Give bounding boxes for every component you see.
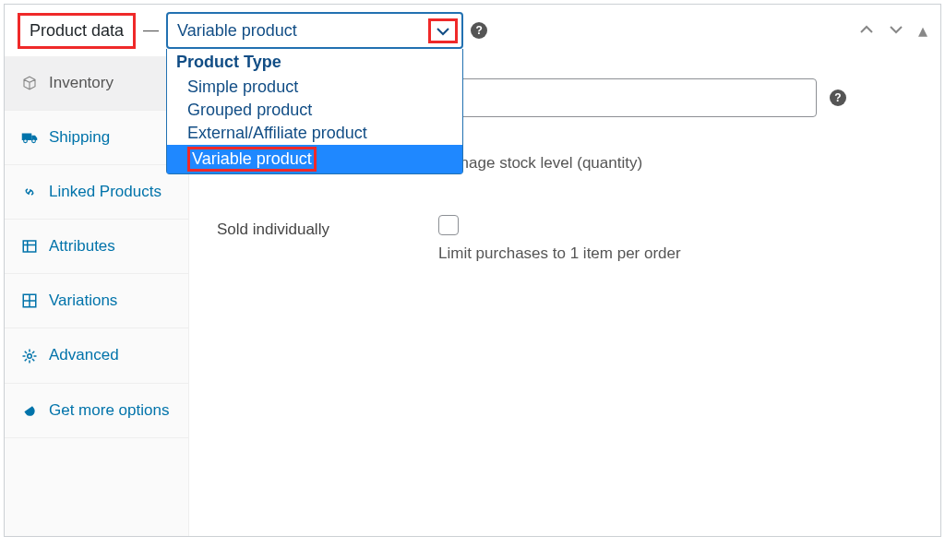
sku-input[interactable] xyxy=(438,78,817,117)
attributes-icon xyxy=(21,238,38,255)
sidebar-item-shipping[interactable]: Shipping xyxy=(5,111,188,165)
collapse-icon[interactable]: ▴ xyxy=(918,19,927,42)
sidebar-item-label: Attributes xyxy=(49,236,115,256)
panel-body: Inventory Shipping Linked Products Attri… xyxy=(5,56,940,536)
svg-point-1 xyxy=(24,139,28,143)
sidebar-item-label: Variations xyxy=(49,291,117,311)
sidebar-item-linked-products[interactable]: Linked Products xyxy=(5,165,188,220)
sidebar-item-attributes[interactable]: Attributes xyxy=(5,220,188,274)
panel-header: Product data — Variable product Product … xyxy=(5,5,940,56)
chevron-down-icon xyxy=(437,23,449,39)
dash-separator: — xyxy=(143,21,159,40)
plug-icon xyxy=(21,402,38,419)
product-data-panel: Product data — Variable product Product … xyxy=(4,4,941,537)
sidebar-item-variations[interactable]: Variations xyxy=(5,274,188,328)
sidebar-item-label: Linked Products xyxy=(49,182,161,202)
svg-point-9 xyxy=(28,353,32,358)
link-icon xyxy=(21,184,38,200)
sidebar-item-inventory[interactable]: Inventory xyxy=(5,56,188,111)
dropdown-group-label: Product Type xyxy=(167,49,462,76)
move-down-icon[interactable] xyxy=(889,21,903,40)
dropdown-option-grouped[interactable]: Grouped product xyxy=(167,99,462,122)
dropdown-option-variable[interactable]: Variable product xyxy=(167,145,462,173)
product-data-sidebar: Inventory Shipping Linked Products Attri… xyxy=(5,56,189,536)
help-icon[interactable]: ? xyxy=(830,89,846,106)
dropdown-option-simple[interactable]: Simple product xyxy=(167,76,462,99)
variable-product-highlight: Variable product xyxy=(187,147,317,172)
product-type-select[interactable]: Variable product xyxy=(166,12,463,49)
product-type-selected-value: Variable product xyxy=(177,21,297,41)
svg-point-2 xyxy=(32,139,36,143)
select-chevron-highlight xyxy=(428,18,458,43)
shipping-icon xyxy=(21,131,38,144)
sold-individually-description: Limit purchases to 1 item per order xyxy=(438,244,913,263)
product-type-dropdown: Product Type Simple product Grouped prod… xyxy=(166,49,463,174)
sold-individually-row: Sold individually ? Limit purchases to 1… xyxy=(217,215,913,263)
sidebar-item-label: Advanced xyxy=(49,345,119,365)
sidebar-item-advanced[interactable]: Advanced xyxy=(5,328,188,383)
svg-rect-3 xyxy=(23,241,36,252)
sidebar-item-label: Get more options xyxy=(49,400,169,421)
sidebar-item-get-more[interactable]: Get more options xyxy=(5,384,188,438)
help-icon[interactable]: ? xyxy=(471,22,487,39)
sold-individually-label: Sold individually xyxy=(217,215,401,239)
panel-title: Product data xyxy=(18,13,136,49)
gear-icon xyxy=(21,348,38,364)
inventory-icon xyxy=(21,75,38,91)
sold-individually-checkbox[interactable] xyxy=(438,215,459,235)
panel-header-controls: ▴ xyxy=(859,19,927,42)
sidebar-item-label: Inventory xyxy=(49,73,114,93)
variations-icon xyxy=(21,292,38,309)
dropdown-option-label: Variable product xyxy=(192,149,312,168)
move-up-icon[interactable] xyxy=(859,21,874,40)
sidebar-item-label: Shipping xyxy=(49,127,110,148)
manage-stock-description: Manage stock level (quantity) xyxy=(438,154,913,173)
product-type-select-wrapper: Variable product Product Type Simple pro… xyxy=(166,12,463,49)
dropdown-option-external[interactable]: External/Affiliate product xyxy=(167,122,462,145)
